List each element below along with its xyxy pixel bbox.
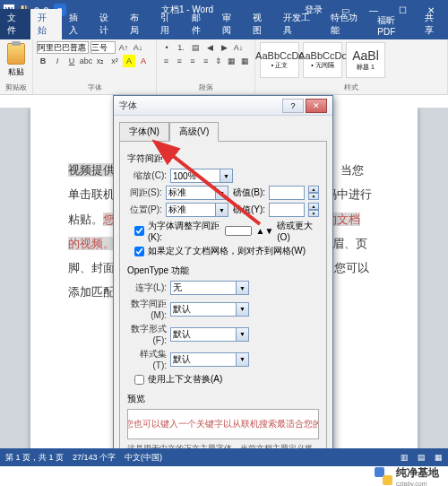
grid-label: 如果定义了文档网格，则对齐到网格(W) xyxy=(148,245,306,257)
dialog-titlebar[interactable]: 字体 ? ✕ xyxy=(114,96,332,116)
numspacing-dropdown-icon[interactable]: ▼ xyxy=(237,302,249,317)
section-char-spacing: 字符间距 xyxy=(127,152,319,165)
paste-button[interactable]: 粘贴 xyxy=(4,41,29,79)
numform-dropdown-icon[interactable]: ▼ xyxy=(237,327,249,342)
dialog-help-button[interactable]: ? xyxy=(282,99,304,113)
indent-dec-icon[interactable]: ◀ xyxy=(203,41,216,54)
ligatures-input[interactable] xyxy=(170,281,237,295)
kerning-spin-up[interactable]: ▲ xyxy=(255,226,264,236)
preview-box: 您也可以键入一个关键字以从联机搜索最适合您的 xyxy=(127,409,319,439)
position-spin-up[interactable]: ▲ xyxy=(308,203,319,210)
numbering-icon[interactable]: 1. xyxy=(175,41,187,54)
ribbon: 粘贴 剪贴板 A↑ A↓ B I U abc x₂ x² A A 字体 xyxy=(0,39,448,95)
dialog-title: 字体 xyxy=(119,100,280,112)
justify-icon[interactable]: ≡ xyxy=(200,55,211,67)
watermark-url: czlaby.com xyxy=(396,481,439,486)
scale-input[interactable] xyxy=(170,169,220,183)
tab-newpdf[interactable]: 福昕PDF xyxy=(370,12,418,39)
style-nospacing[interactable]: AaBbCcDc• 无间隔 xyxy=(303,42,342,78)
position-pt-label: 磅值(Y): xyxy=(232,204,265,216)
shading-icon[interactable]: ▦ xyxy=(227,55,238,67)
view-print-icon[interactable]: ▤ xyxy=(418,453,426,462)
kerning-unit: 磅或更大(O) xyxy=(277,220,319,242)
tab-file[interactable]: 文件 xyxy=(0,9,30,39)
subscript-icon[interactable]: x₂ xyxy=(94,55,107,67)
grow-font-icon[interactable]: A↑ xyxy=(117,41,130,54)
scale-label: 缩放(C): xyxy=(127,169,167,182)
ligatures-dropdown-icon[interactable]: ▼ xyxy=(237,281,249,295)
dialog-tab-advanced[interactable]: 高级(V) xyxy=(169,122,219,142)
bold-icon[interactable]: B xyxy=(37,55,49,67)
style-normal[interactable]: AaBbCcDc• 正文 xyxy=(260,42,299,78)
align-left-icon[interactable]: ≡ xyxy=(160,55,172,67)
styleset-dropdown-icon[interactable]: ▼ xyxy=(237,352,249,367)
align-right-icon[interactable]: ≡ xyxy=(186,55,198,67)
group-paragraph: • 1. ▤ ◀ ▶ A↓ ≡ ≡ ≡ ≡ ⇕ ▦ ▦ 段落 xyxy=(157,39,255,94)
strike-icon[interactable]: abc xyxy=(80,55,92,67)
tab-home[interactable]: 开始 xyxy=(30,9,61,39)
spacing-pt-input[interactable] xyxy=(269,186,305,200)
tab-view[interactable]: 视图 xyxy=(246,9,276,39)
numspacing-input[interactable] xyxy=(170,302,237,317)
tab-developer[interactable]: 开发工具 xyxy=(276,9,323,39)
position-dropdown-icon[interactable]: ▼ xyxy=(216,203,228,217)
styleset-input[interactable] xyxy=(170,352,237,367)
kerning-spin-down[interactable]: ▼ xyxy=(264,226,273,236)
view-web-icon[interactable]: ▦ xyxy=(435,453,443,462)
group-clipboard: 粘贴 剪贴板 xyxy=(0,39,33,94)
group-font: A↑ A↓ B I U abc x₂ x² A A 字体 xyxy=(33,39,157,94)
tab-insert[interactable]: 插入 xyxy=(62,9,92,39)
dialog-close-button[interactable]: ✕ xyxy=(306,99,327,113)
tab-references[interactable]: 引用 xyxy=(153,9,184,39)
numform-input[interactable] xyxy=(170,327,237,342)
shrink-font-icon[interactable]: A↓ xyxy=(132,41,144,54)
section-opentype: OpenType 功能 xyxy=(127,265,319,277)
ligatures-label: 连字(L): xyxy=(127,282,167,294)
indent-inc-icon[interactable]: ▶ xyxy=(218,41,230,54)
tab-review[interactable]: 审阅 xyxy=(215,9,246,39)
numspacing-label: 数字间距(M): xyxy=(127,298,167,320)
sort-icon[interactable]: A↓ xyxy=(232,41,245,54)
clipboard-icon xyxy=(7,43,25,65)
tab-layout[interactable]: 布局 xyxy=(123,9,153,39)
context-checkbox[interactable] xyxy=(134,375,144,385)
view-read-icon[interactable]: ▥ xyxy=(401,453,409,462)
tab-design[interactable]: 设计 xyxy=(92,9,123,39)
line-spacing-icon[interactable]: ⇕ xyxy=(213,55,225,67)
position-spin-down[interactable]: ▼ xyxy=(308,210,319,217)
underline-icon[interactable]: U xyxy=(65,55,78,67)
dialog-tab-font[interactable]: 字体(N) xyxy=(119,122,169,142)
styleset-label: 样式集(T): xyxy=(127,348,167,370)
status-lang[interactable]: 中文(中国) xyxy=(125,452,162,464)
position-input[interactable] xyxy=(166,203,216,217)
kerning-checkbox[interactable] xyxy=(134,226,144,236)
spacing-input[interactable] xyxy=(166,186,216,200)
tab-mailings[interactable]: 邮件 xyxy=(185,9,215,39)
highlight-icon[interactable]: A xyxy=(123,55,135,67)
font-color-icon[interactable]: A xyxy=(137,55,150,67)
superscript-icon[interactable]: x² xyxy=(108,55,121,67)
kerning-input[interactable] xyxy=(225,226,252,236)
font-size-input[interactable] xyxy=(90,41,116,54)
grid-checkbox[interactable] xyxy=(134,247,144,256)
position-pt-input[interactable] xyxy=(269,203,305,217)
numform-label: 数字形式(F): xyxy=(127,323,167,345)
status-words[interactable]: 27/143 个字 xyxy=(73,452,116,464)
align-center-icon[interactable]: ≡ xyxy=(174,55,185,67)
status-page[interactable]: 第 1 页，共 1 页 xyxy=(5,452,64,464)
font-name-input[interactable] xyxy=(37,41,89,54)
bullets-icon[interactable]: • xyxy=(160,41,173,54)
font-dialog: 字体 ? ✕ 字体(N) 高级(V) 字符间距 缩放(C): ▼ 间距(S): … xyxy=(113,95,333,486)
share-button[interactable]: 共享 xyxy=(418,9,448,39)
style-heading1[interactable]: AaBl标题 1 xyxy=(346,42,385,78)
spacing-spin-up[interactable]: ▲ xyxy=(308,186,319,193)
multilevel-icon[interactable]: ▤ xyxy=(189,41,202,54)
spacing-dropdown-icon[interactable]: ▼ xyxy=(216,186,228,200)
kerning-label: 为字体调整字间距(K): xyxy=(148,220,221,242)
spacing-spin-down[interactable]: ▼ xyxy=(308,193,319,200)
group-styles: AaBbCcDc• 正文 AaBbCcDc• 无间隔 AaBl标题 1 样式 xyxy=(255,39,448,94)
italic-icon[interactable]: I xyxy=(51,55,64,67)
scale-dropdown-icon[interactable]: ▼ xyxy=(220,169,233,183)
tab-special[interactable]: 特色功能 xyxy=(323,9,371,39)
borders-icon[interactable]: ▦ xyxy=(239,55,251,67)
